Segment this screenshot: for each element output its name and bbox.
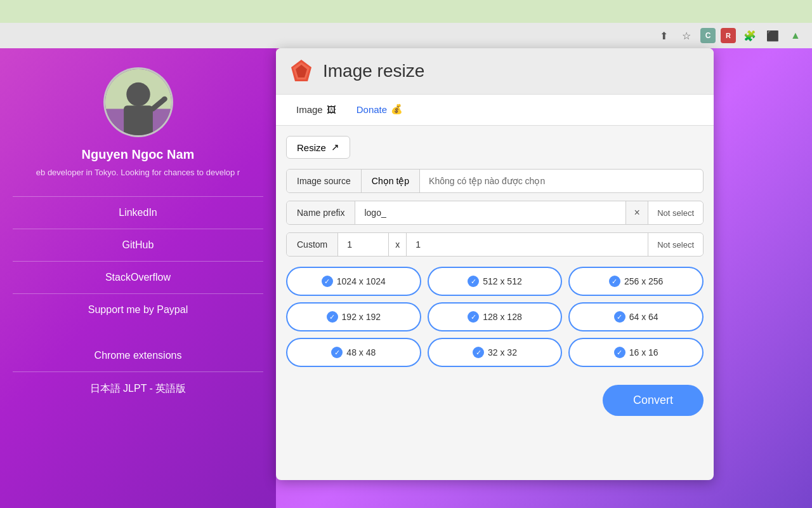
browser-top-bar: [0, 0, 812, 23]
size-button-512[interactable]: ✓ 512 x 512: [428, 267, 563, 296]
red-ext-icon[interactable]: R: [721, 28, 736, 43]
custom-x-label: x: [389, 233, 407, 256]
name-prefix-label: Name prefix: [287, 201, 355, 224]
avatar: [103, 67, 173, 137]
donate-tab-label: Donate: [357, 104, 387, 115]
size-check-1024: ✓: [322, 276, 333, 287]
svg-point-2: [126, 83, 150, 106]
popup-overlay: Image resize Image 🖼 Donate 💰: [276, 48, 812, 508]
sidebar-link-chrome-ext[interactable]: Chrome extensions: [13, 342, 263, 369]
size-check-32: ✓: [473, 347, 484, 358]
popup-tabs: Image 🖼 Donate 💰: [276, 95, 714, 126]
sidebar-link-stackoverflow[interactable]: StackOverflow: [13, 264, 263, 291]
right-area: Image resize Image 🖼 Donate 💰: [276, 48, 812, 508]
size-label-512: 512 x 512: [483, 276, 522, 286]
share-icon[interactable]: ⬆: [655, 27, 672, 44]
popup-header: Image resize: [276, 48, 714, 95]
size-button-256[interactable]: ✓ 256 x 256: [568, 267, 704, 296]
size-label-1024: 1024 x 1024: [337, 276, 386, 286]
size-label-48: 48 x 48: [346, 347, 376, 358]
custom-label: Custom: [287, 233, 338, 256]
name-prefix-row: Name prefix × Not select: [286, 201, 704, 225]
image-source-label: Image source: [287, 170, 362, 192]
sidebar-divider-1: [13, 196, 263, 197]
size-label-16: 16 x 16: [629, 347, 658, 358]
image-source-row: Image source Chọn tệp Không có tệp nào đ…: [286, 169, 704, 193]
custom-height-input[interactable]: [407, 233, 648, 256]
size-button-32[interactable]: ✓ 32 x 32: [428, 338, 563, 367]
extension-popup: Image resize Image 🖼 Donate 💰: [276, 48, 714, 480]
tab-image[interactable]: Image 🖼: [286, 95, 346, 125]
layout-icon[interactable]: ⬛: [764, 27, 782, 44]
bookmark-icon[interactable]: ☆: [678, 27, 695, 44]
page-layout: Nguyen Ngoc Nam eb developer in Tokyo. L…: [0, 48, 812, 508]
custom-width-input[interactable]: [338, 233, 389, 256]
size-check-128: ✓: [468, 311, 479, 323]
resize-tab-label: Resize: [297, 142, 326, 153]
sidebar-link-paypal[interactable]: Support me by Paypal: [13, 297, 263, 323]
size-check-48: ✓: [331, 347, 343, 358]
size-button-48[interactable]: ✓ 48 x 48: [286, 338, 421, 367]
size-check-512: ✓: [468, 276, 479, 287]
custom-not-select: Not select: [648, 235, 703, 255]
image-tab-icon: 🖼: [327, 104, 336, 115]
user-bio: eb developer in Tokyo. Looking for chanc…: [36, 167, 240, 178]
size-button-1024[interactable]: ✓ 1024 x 1024: [286, 267, 421, 296]
size-button-192[interactable]: ✓ 192 x 192: [286, 302, 421, 331]
sidebar: Nguyen Ngoc Nam eb developer in Tokyo. L…: [0, 48, 276, 508]
sidebar-link-github[interactable]: GitHub: [13, 232, 263, 258]
size-label-256: 256 x 256: [624, 276, 664, 286]
popup-content: Resize ↗ Image source Chọn tệp Không có …: [276, 126, 714, 431]
custom-row: Custom x Not select: [286, 232, 704, 257]
choose-file-button[interactable]: Chọn tệp: [362, 170, 420, 192]
resize-tab[interactable]: Resize ↗: [286, 136, 350, 159]
size-label-64: 64 x 64: [629, 312, 658, 322]
svg-rect-3: [124, 105, 153, 135]
size-label-128: 128 x 128: [483, 312, 522, 322]
size-check-16: ✓: [614, 347, 625, 358]
browser-toolbar: ⬆ ☆ C R 🧩 ⬛ ▲: [0, 23, 812, 48]
popup-title: Image resize: [323, 61, 424, 81]
resize-tab-icon: ↗: [331, 142, 339, 153]
size-button-128[interactable]: ✓ 128 x 128: [428, 302, 563, 331]
sidebar-divider-5: [13, 371, 263, 372]
sidebar-divider-2: [13, 229, 263, 229]
file-name-display: Không có tệp nào được chọn: [420, 170, 703, 192]
convert-row: Convert: [286, 380, 704, 421]
sidebar-divider-3: [13, 261, 263, 262]
sidebar-link-linkedin[interactable]: LinkedIn: [13, 199, 263, 226]
sidebar-link-jlpt[interactable]: 日本語 JLPT - 英語版: [13, 375, 263, 403]
sidebar-divider-4: [13, 293, 263, 294]
donate-tab-icon: 💰: [391, 104, 403, 115]
size-check-256: ✓: [609, 276, 620, 287]
size-label-192: 192 x 192: [342, 312, 381, 322]
chatgpt-ext-icon[interactable]: C: [700, 28, 716, 43]
user-name: Nguyen Ngoc Nam: [82, 147, 195, 162]
app-logo-icon: [289, 58, 314, 84]
size-grid: ✓ 1024 x 1024 ✓ 512 x 512 ✓ 256 x 256: [286, 267, 704, 367]
name-prefix-not-select: Not select: [648, 203, 703, 223]
clear-prefix-button[interactable]: ×: [625, 201, 648, 224]
tab-donate[interactable]: Donate 💰: [346, 95, 413, 125]
convert-button[interactable]: Convert: [603, 385, 704, 416]
name-prefix-input[interactable]: [355, 201, 625, 224]
size-check-64: ✓: [614, 311, 625, 323]
image-tab-label: Image: [296, 104, 323, 115]
size-button-16[interactable]: ✓ 16 x 16: [568, 338, 704, 367]
size-label-32: 32 x 32: [488, 347, 517, 358]
size-check-192: ✓: [327, 311, 338, 323]
size-button-64[interactable]: ✓ 64 x 64: [568, 302, 704, 331]
puzzle-icon[interactable]: 🧩: [741, 27, 759, 44]
triangle-icon[interactable]: ▲: [787, 27, 804, 44]
